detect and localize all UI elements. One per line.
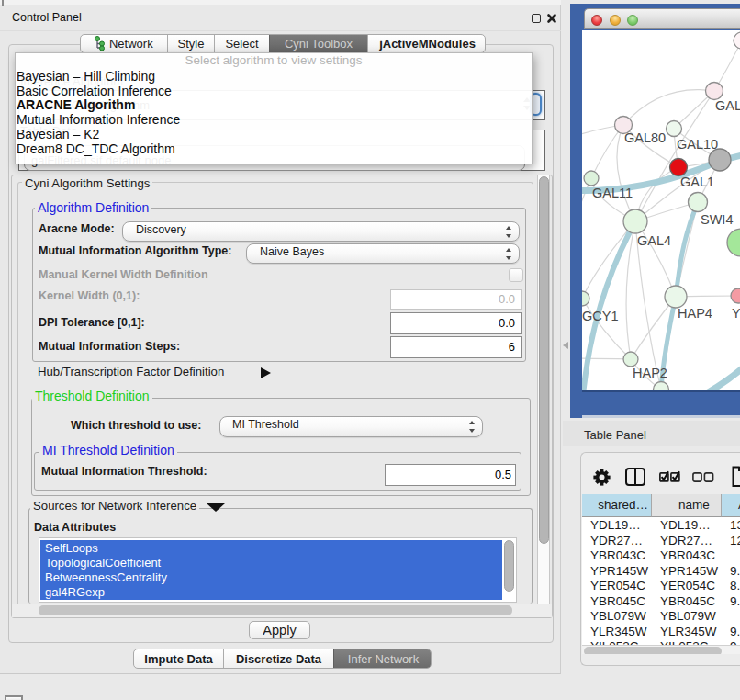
svg-text:HAP2: HAP2 [633, 366, 667, 380]
svg-text:SWI4: SWI4 [701, 212, 733, 227]
svg-text:GAL80: GAL80 [624, 130, 666, 145]
svg-text:Y: Y [732, 306, 740, 321]
svg-text:GCY1: GCY1 [582, 309, 619, 323]
svg-text:GAL4: GAL4 [637, 233, 671, 248]
svg-text:GAL10: GAL10 [677, 137, 718, 152]
svg-text:HAP4: HAP4 [678, 306, 712, 321]
svg-text:GAL11: GAL11 [592, 186, 633, 200]
svg-text:GAL2: GAL2 [715, 98, 740, 113]
svg-text:GAL1: GAL1 [680, 175, 714, 189]
